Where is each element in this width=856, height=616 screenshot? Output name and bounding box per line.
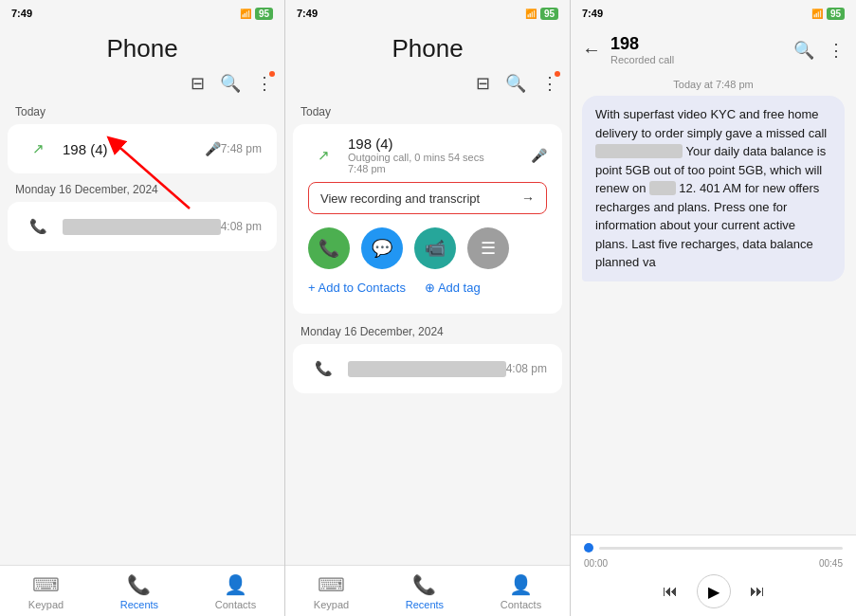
section-monday-1: Monday 16 December, 2024 (0, 175, 284, 200)
nav-recents-label-1: Recents (120, 599, 158, 610)
time-1: 7:49 (11, 8, 32, 19)
call-time-1: 7:48 pm (221, 142, 262, 155)
nav-contacts-label-2: Contacts (501, 599, 541, 610)
status-icons-3: 📶 95 (811, 8, 845, 20)
record-btn-arrow: → (521, 190, 535, 206)
mic-icon-1: 🎤 (205, 141, 221, 156)
call-arrow-icon-1: ↗ (23, 134, 53, 164)
section-today-2: Today (285, 98, 570, 122)
progress-row (584, 543, 843, 553)
search-icon-1[interactable]: 🔍 (220, 73, 241, 94)
message-action-btn[interactable]: 💬 (361, 227, 403, 269)
signal-icon-2: 📶 (525, 9, 537, 19)
call-icon-blurred-2: 📞 (308, 353, 338, 384)
nav-keypad-label-1: Keypad (28, 599, 64, 610)
nav-recents-1[interactable]: 📞 Recents (120, 573, 158, 610)
nav-contacts-1[interactable]: 👤 Contacts (215, 573, 256, 610)
msg-content-area: Today at 7:48 pm With superfast video KY… (571, 71, 856, 534)
filter-icon-1[interactable]: ⊟ (191, 73, 205, 94)
contacts-icon-2: 👤 (509, 573, 533, 596)
toolbar-1: ⊟ 🔍 ⋮ (0, 69, 284, 98)
battery-3: 95 (827, 8, 845, 20)
filter-icon-2[interactable]: ⊟ (476, 73, 490, 94)
blurred-date: ███ (649, 181, 676, 195)
panel-3: 7:49 📶 95 ← 198 Recorded call 🔍 ⋮ Today … (571, 0, 856, 616)
more-action-btn[interactable]: ☰ (467, 227, 509, 269)
video-action-btn[interactable]: 📹 (414, 227, 456, 269)
blurred-number: ██████████ (595, 144, 683, 158)
bottom-nav-2: ⌨ Keypad 📞 Recents 👤 Contacts (285, 565, 570, 616)
msg-bubble: With superfast video KYC and free home d… (582, 96, 845, 281)
call-item-blurred-2[interactable]: 📞 ••••••••••••• 4:08 pm (293, 344, 562, 393)
total-time: 00:45 (819, 558, 843, 569)
call-sub-time-2: 7:48 pm (348, 163, 525, 174)
contacts-icon-1: 👤 (224, 573, 247, 596)
keypad-icon-2: ⌨ (318, 573, 345, 596)
status-bar-2: 7:49 📶 95 (285, 0, 570, 25)
rewind-btn[interactable]: ⏮ (663, 583, 678, 600)
call-time-blurred-1: 4:08 pm (221, 220, 262, 233)
more-icon-2[interactable]: ⋮ (541, 73, 558, 94)
app-header-2: Phone (285, 25, 570, 69)
call-item-row: ↗ 198 (4) Outgoing call, 0 mins 54 secs … (308, 136, 547, 174)
signal-icon-1: 📶 (240, 9, 251, 19)
call-item-expanded[interactable]: ↗ 198 (4) Outgoing call, 0 mins 54 secs … (293, 124, 562, 314)
time-3: 7:49 (582, 8, 603, 19)
signal-icon-3: 📶 (811, 9, 823, 19)
record-btn-label: View recording and transcript (320, 191, 480, 206)
play-btn[interactable]: ▶ (697, 574, 731, 608)
panel-1: 7:49 📶 95 Phone ⊟ 🔍 ⋮ Today ↗ 198 (4) 🎤 … (0, 0, 285, 616)
time-2: 7:49 (297, 8, 318, 19)
call-name-2: 198 (4) (348, 136, 525, 152)
battery-2: 95 (540, 8, 558, 20)
nav-contacts-label-1: Contacts (215, 599, 256, 610)
mic-icon-2: 🎤 (531, 148, 547, 163)
msg-header: ← 198 Recorded call 🔍 ⋮ (571, 25, 856, 71)
nav-contacts-2[interactable]: 👤 Contacts (501, 573, 541, 610)
msg-header-info: 198 Recorded call (610, 34, 784, 65)
add-tag-btn[interactable]: ⊕ Add tag (425, 281, 481, 295)
nav-recents-2[interactable]: 📞 Recents (406, 573, 444, 610)
app-header-1: Phone (0, 25, 284, 69)
msg-title: 198 (610, 34, 784, 54)
app-title-1: Phone (106, 34, 177, 63)
msg-search-icon[interactable]: 🔍 (793, 40, 814, 61)
recents-icon-1: 📞 (127, 573, 151, 596)
status-bar-3: 7:49 📶 95 (571, 0, 856, 25)
status-bar-1: 7:49 📶 95 (0, 0, 284, 25)
call-name-blurred-2: ••••••••••••• (348, 361, 506, 377)
msg-sub: Recorded call (610, 54, 784, 65)
app-title-2: Phone (392, 34, 463, 63)
search-icon-2[interactable]: 🔍 (505, 73, 526, 94)
section-today-1: Today (0, 98, 284, 122)
status-icons-1: 📶 95 (240, 8, 273, 20)
call-arrow-icon-2: ↗ (308, 140, 338, 171)
msg-header-icons: 🔍 ⋮ (793, 40, 845, 61)
status-icons-2: 📶 95 (525, 8, 558, 20)
record-btn[interactable]: View recording and transcript → (308, 182, 547, 214)
call-name-blurred-1: ••••••••••••• (63, 219, 221, 235)
call-item-198[interactable]: ↗ 198 (4) 🎤 7:48 pm (8, 124, 277, 173)
msg-more-icon[interactable]: ⋮ (828, 40, 845, 61)
section-monday-2: Monday 16 December, 2024 (285, 317, 570, 342)
nav-keypad-label-2: Keypad (314, 599, 349, 610)
nav-keypad-1[interactable]: ⌨ Keypad (28, 573, 64, 610)
call-action-btn[interactable]: 📞 (308, 227, 350, 269)
back-btn[interactable]: ← (582, 39, 601, 61)
battery-1: 95 (255, 8, 273, 20)
add-to-contacts-btn[interactable]: + Add to Contacts (308, 281, 406, 295)
keypad-icon-1: ⌨ (32, 573, 60, 596)
call-item-blurred-1[interactable]: 📞 ••••••••••••• 4:08 pm (8, 202, 277, 251)
call-icon-blurred-1: 📞 (23, 211, 53, 242)
forward-btn[interactable]: ⏭ (750, 583, 765, 600)
call-sub-2: Outgoing call, 0 mins 54 secs (348, 152, 525, 163)
more-icon-1[interactable]: ⋮ (256, 73, 273, 94)
progress-times: 00:00 00:45 (584, 558, 843, 569)
add-row: + Add to Contacts ⊕ Add tag (308, 281, 481, 295)
call-name-1: 198 (4) (63, 141, 199, 157)
playback-bar: 00:00 00:45 ⏮ ▶ ⏭ (571, 534, 856, 616)
nav-recents-label-2: Recents (406, 599, 444, 610)
nav-keypad-2[interactable]: ⌨ Keypad (314, 573, 349, 610)
msg-timestamp: Today at 7:48 pm (571, 79, 856, 90)
progress-track[interactable] (599, 547, 843, 550)
